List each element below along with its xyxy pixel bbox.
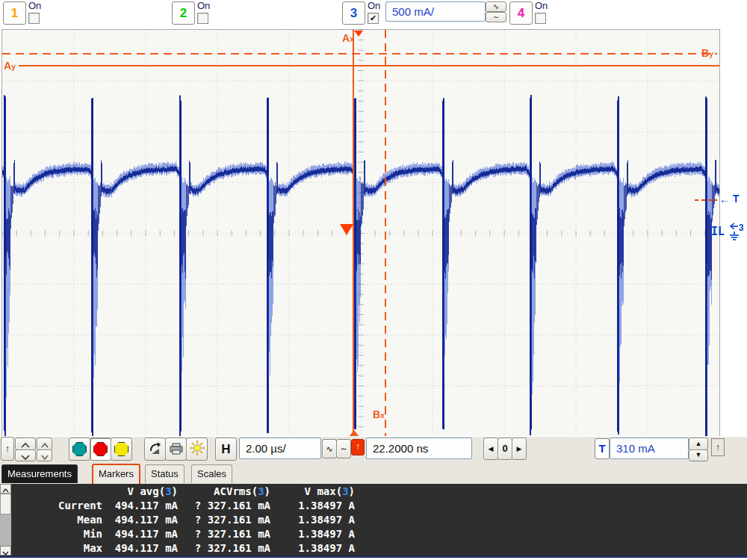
channel-3-ground-reference-icon[interactable]: 3 xyxy=(728,221,746,243)
fine-scale-down-button[interactable] xyxy=(37,449,52,461)
channel-3-scale-field[interactable]: 500 mA/ xyxy=(385,1,486,22)
vertical-scale-down-button[interactable] xyxy=(15,449,36,461)
timebase-coarse-button[interactable]: ∼ xyxy=(336,439,351,458)
run-octagon-icon xyxy=(72,442,87,456)
channel-4-button[interactable]: 4 xyxy=(509,1,533,25)
table-row: Min 494.117 mA ? 327.161 mA 1.38497 A xyxy=(0,528,747,542)
display-brightness-button[interactable] xyxy=(186,438,208,461)
channel-3-scale-down-button[interactable]: ∼ xyxy=(486,12,506,22)
trigger-menu-button[interactable]: T xyxy=(595,438,610,459)
marker-ax-label: Ax xyxy=(342,33,354,45)
channel-2-button[interactable]: 2 xyxy=(172,1,195,25)
delay-left-button[interactable]: ◀ xyxy=(483,438,498,460)
channel-3-button[interactable]: 3 xyxy=(342,1,365,25)
bottom-tab-bar: Measurements Markers Status Scales xyxy=(0,464,747,484)
delay-right-button[interactable]: ▶ xyxy=(512,438,527,460)
stop-button[interactable] xyxy=(90,438,111,461)
scroll-up-button[interactable]: ↑ xyxy=(1,437,14,461)
single-button[interactable] xyxy=(111,438,132,461)
curved-arrow-icon xyxy=(149,441,162,455)
single-octagon-icon xyxy=(114,442,128,456)
panel-expand-button[interactable]: ↑ xyxy=(711,438,725,456)
sun-icon xyxy=(190,441,205,455)
vertical-scale-up-button[interactable] xyxy=(15,438,36,450)
waveform-name-label: IL xyxy=(711,225,725,238)
waveform-display: Ax Ay Bx By xyxy=(1,29,720,438)
marker-bx-label: Bx xyxy=(373,409,385,421)
marker-overlay xyxy=(2,30,719,437)
trigger-level-down-button[interactable]: ▼ xyxy=(689,449,708,461)
trigger-time-top-marker[interactable] xyxy=(354,31,363,37)
channel-3-on-label: On xyxy=(368,0,380,11)
delay-zero-button[interactable]: 0 xyxy=(498,438,512,460)
fine-scale-up-button[interactable] xyxy=(37,438,52,450)
channel-1-on-label: On xyxy=(28,0,41,11)
trigger-point-marker[interactable] xyxy=(340,224,353,235)
trigger-edge-button[interactable]: ↑ xyxy=(351,439,365,455)
channel-1-on-checkbox[interactable] xyxy=(28,13,40,24)
trigger-holdoff-field[interactable]: 22.2000 ns xyxy=(366,438,472,459)
print-button[interactable] xyxy=(165,438,187,461)
trigger-level-up-button[interactable]: ▲ xyxy=(689,438,708,450)
run-button[interactable] xyxy=(69,438,90,461)
printer-icon xyxy=(170,443,183,455)
table-row: Current 494.117 mA ? 327.161 mA 1.38497 … xyxy=(0,500,747,514)
touch-button[interactable] xyxy=(144,438,166,461)
tab-markers[interactable]: Markers xyxy=(92,464,140,485)
timebase-scale-field[interactable]: 2.00 µs/ xyxy=(239,438,321,459)
channel-4-on-checkbox[interactable] xyxy=(535,13,546,24)
channel-2-on-label: On xyxy=(197,0,210,11)
oscilloscope-app: 1 On 2 On 3 On ✔ 500 mA/ ∿ ∼ 4 On Ax Ay xyxy=(0,0,747,560)
measurements-panel: V avg(3) ACVrms(3) V max(3) Current 494.… xyxy=(0,484,747,556)
svg-text:3: 3 xyxy=(739,223,744,233)
tab-scales[interactable]: Scales xyxy=(191,464,232,483)
channel-2-on-checkbox[interactable] xyxy=(197,13,208,24)
trigger-level-field[interactable]: 310 mA xyxy=(610,438,689,459)
channel-3-scale-up-button[interactable]: ∿ xyxy=(486,1,506,12)
trigger-level-label: T xyxy=(733,193,740,205)
channel-4-on-label: On xyxy=(535,0,548,11)
timebase-fine-button[interactable]: ∿ xyxy=(322,439,337,458)
horizontal-menu-button[interactable]: H xyxy=(215,438,237,461)
trigger-level-arrow-icon: ← xyxy=(719,193,730,205)
tab-status[interactable]: Status xyxy=(145,464,185,483)
table-header-row: V avg(3) ACVrms(3) V max(3) xyxy=(0,485,747,500)
marker-ay-label: Ay xyxy=(4,60,16,72)
tab-measurements[interactable]: Measurements xyxy=(1,464,78,483)
stop-octagon-icon xyxy=(93,442,108,456)
table-row: Max 494.117 mA ? 327.161 mA 1.38497 A xyxy=(0,542,747,556)
bottom-divider xyxy=(0,556,747,558)
channel-3-on-checkbox[interactable]: ✔ xyxy=(368,13,379,24)
marker-by-label: By xyxy=(701,48,713,60)
channel-1-button[interactable]: 1 xyxy=(3,1,26,25)
table-row: Mean 494.117 mA ? 327.161 mA 1.38497 A xyxy=(0,514,747,528)
